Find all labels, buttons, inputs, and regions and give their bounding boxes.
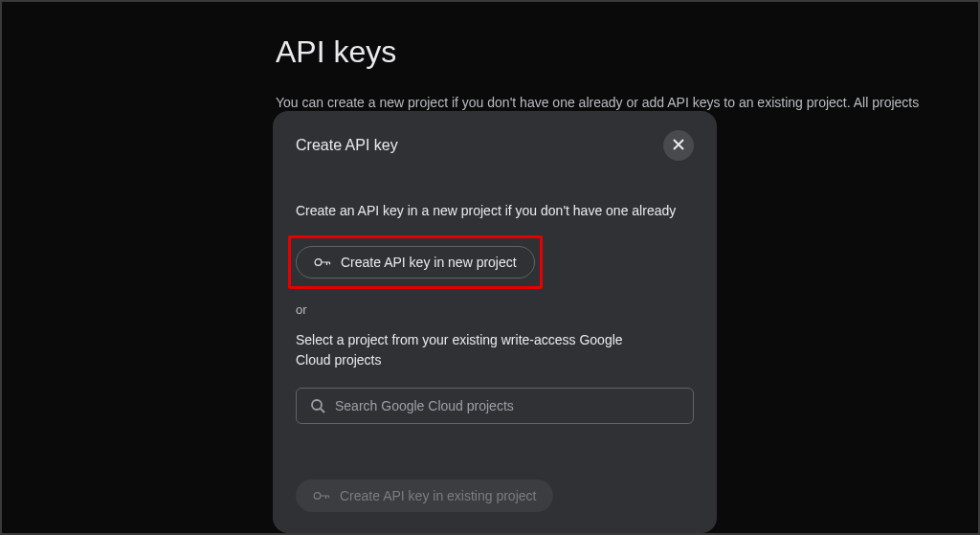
search-project-field[interactable] xyxy=(296,388,694,424)
key-icon xyxy=(313,490,330,502)
create-api-key-existing-project-button[interactable]: Create API key in existing project xyxy=(296,479,553,512)
or-divider-text: or xyxy=(296,302,694,317)
close-button[interactable] xyxy=(663,130,694,161)
create-new-project-label: Create API key in new project xyxy=(341,255,517,270)
search-input[interactable] xyxy=(335,398,679,413)
select-project-instruction: Select a project from your existing writ… xyxy=(296,330,659,370)
key-icon xyxy=(314,256,331,268)
search-icon xyxy=(310,398,325,413)
highlight-annotation: Create API key in new project xyxy=(288,235,543,289)
modal-backdrop: Create API key Create an API key in a ne… xyxy=(2,2,978,533)
close-icon xyxy=(671,137,686,155)
new-project-instruction: Create an API key in a new project if yo… xyxy=(296,203,694,218)
create-api-key-modal: Create API key Create an API key in a ne… xyxy=(273,111,717,533)
svg-point-0 xyxy=(315,259,322,266)
create-existing-project-label: Create API key in existing project xyxy=(340,488,536,503)
svg-point-1 xyxy=(312,400,322,410)
svg-point-2 xyxy=(314,493,321,500)
modal-title: Create API key xyxy=(296,137,398,154)
create-api-key-new-project-button[interactable]: Create API key in new project xyxy=(296,246,535,279)
